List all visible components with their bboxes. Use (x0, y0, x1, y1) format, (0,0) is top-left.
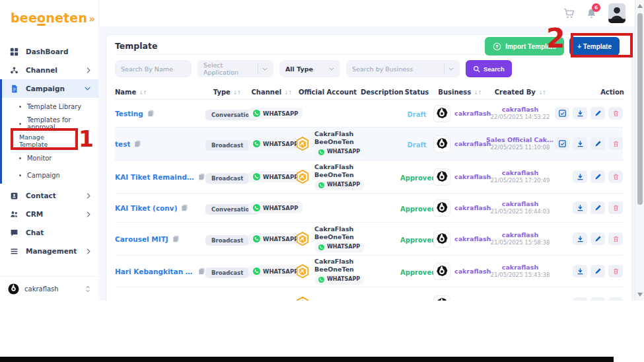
sort-icon[interactable]: ↓↑ (538, 90, 546, 96)
sort-icon[interactable]: ↓↑ (233, 90, 240, 96)
copy-icon[interactable] (181, 204, 188, 211)
edit-button[interactable] (590, 170, 605, 183)
template-name-link[interactable]: KAI Tiket Remainder (115, 173, 194, 181)
import-template-button[interactable]: Import Template (485, 37, 564, 55)
bell-icon[interactable]: 6 (587, 8, 596, 19)
sidebar-item-dashboard[interactable]: DashBoard (0, 42, 98, 61)
scroll-down-arrow-icon[interactable] (637, 293, 643, 297)
search-button[interactable]: Search (466, 60, 512, 77)
business-logo-icon (433, 105, 450, 122)
official-account-line2: BeeOneTen (314, 138, 364, 146)
sidebar-item-campaign[interactable]: Campaign (0, 79, 98, 98)
sidebar-item-monitor[interactable]: Monitor (0, 149, 98, 166)
download-button[interactable] (573, 297, 587, 301)
chat-bubble-icon (10, 228, 19, 237)
new-template-button[interactable]: + Template (569, 37, 620, 55)
delete-button[interactable] (608, 265, 623, 277)
sidebar-footer-user[interactable]: cakraflash (0, 276, 98, 301)
channel-label: WHATSAPP (263, 110, 298, 117)
campaign-file-icon (10, 84, 19, 93)
official-account-text: CakraFlash BeeOneTen WHATSAPP (314, 258, 364, 285)
copy-icon[interactable] (134, 140, 141, 147)
sidebar-item-crm[interactable]: CRM (0, 205, 98, 223)
edit-button[interactable] (590, 233, 605, 245)
edit-button[interactable] (590, 265, 605, 277)
type-badge: Broadcast (205, 173, 249, 184)
col-label: Description (361, 89, 404, 96)
download-button[interactable] (573, 107, 587, 120)
download-button[interactable] (573, 233, 587, 245)
official-account-line1: CakraFlash (314, 130, 364, 138)
copy-icon[interactable] (172, 235, 180, 242)
brand-text-1: bee (11, 11, 37, 25)
sidebar-collapse-icon[interactable]: » (89, 13, 95, 25)
application-select[interactable]: Select Application (197, 60, 273, 77)
action-cell (554, 137, 624, 150)
col-header-name[interactable]: Name↓↑ (115, 89, 205, 96)
scrollbar-thumb[interactable] (637, 13, 643, 205)
download-button[interactable] (573, 170, 587, 183)
channel-cell: WHATSAPP (248, 265, 295, 277)
template-name-link[interactable]: Carousel MITJ (115, 235, 168, 243)
template-name-link[interactable]: test (115, 140, 130, 148)
sort-icon[interactable]: ↓↑ (474, 90, 481, 96)
sidebar-item-management[interactable]: Management (0, 242, 98, 260)
business-select[interactable]: Search by Business (346, 60, 460, 77)
delete-button[interactable] (608, 107, 623, 120)
topbar: 6 (100, 0, 635, 26)
sidebar-item-chat[interactable]: Chat (0, 223, 98, 242)
col-header-business[interactable]: Business↓↑ (433, 89, 486, 96)
sidebar-item-label: Contact (26, 192, 56, 199)
sidebar-item-templates-for-approval[interactable]: Templates for approval (0, 115, 98, 132)
sidebar-item-contact[interactable]: Contact (0, 186, 98, 205)
col-header-created-by[interactable]: Created By↓↑ (486, 89, 554, 96)
approve-check-button[interactable] (555, 107, 569, 120)
edit-button[interactable] (590, 107, 605, 120)
delete-button[interactable] (608, 297, 623, 301)
sort-icon[interactable]: ↓↑ (284, 90, 291, 96)
col-label: Channel (251, 89, 281, 96)
vertical-scrollbar[interactable] (635, 0, 644, 301)
chevron-right-icon (87, 67, 90, 73)
channel-label: WHATSAPP (263, 268, 298, 275)
status-badge: Approved (400, 236, 436, 244)
download-button[interactable] (573, 137, 587, 150)
edit-button[interactable] (590, 137, 605, 150)
delete-button[interactable] (608, 137, 623, 150)
copy-icon[interactable] (147, 110, 155, 117)
approve-check-button[interactable] (555, 137, 569, 150)
business-logo-icon (433, 295, 450, 301)
sidebar-item-campaign-sub[interactable]: Campaign (0, 166, 98, 184)
unfold-icon[interactable] (85, 285, 90, 293)
edit-button[interactable] (590, 297, 605, 301)
delete-button[interactable] (608, 170, 623, 183)
template-name-link[interactable]: KAI Tiket (conv) (115, 204, 177, 212)
cart-icon[interactable] (563, 9, 575, 18)
type-select[interactable]: All Type (279, 60, 340, 77)
template-name-link[interactable]: Testing (115, 110, 143, 118)
download-button[interactable] (573, 201, 587, 214)
sidebar-item-channel[interactable]: Channel (0, 61, 98, 79)
whatsapp-icon (253, 235, 260, 242)
search-by-name-input[interactable] (115, 60, 192, 77)
avatar[interactable] (608, 3, 626, 23)
col-header-channel[interactable]: Channel↓↑ (248, 89, 295, 96)
scroll-up-arrow-icon[interactable] (637, 4, 643, 8)
download-button[interactable] (573, 265, 587, 277)
edit-button[interactable] (590, 201, 605, 214)
sidebar-item-manage-template[interactable]: Manage Template (0, 132, 98, 149)
manage-template-active-card[interactable]: Manage Template (15, 133, 74, 149)
delete-button[interactable] (608, 233, 623, 245)
copy-icon[interactable] (198, 268, 205, 275)
sidebar-item-template-library[interactable]: Template Library (0, 98, 98, 115)
whatsapp-icon (318, 244, 324, 250)
grid-icon (10, 47, 19, 56)
app-window: beeoneten» DashBoard Channel Campaign Te… (0, 0, 644, 301)
created-at: 21/05/2025 15:58:38 (486, 239, 554, 246)
col-header-type[interactable]: Type↓↑ (205, 89, 248, 96)
delete-button[interactable] (608, 201, 623, 214)
copy-icon[interactable] (198, 173, 205, 180)
people-icon (10, 209, 19, 219)
template-name-link[interactable]: Hari Kebangkitan National (115, 268, 194, 275)
sort-icon[interactable]: ↓↑ (139, 90, 146, 96)
